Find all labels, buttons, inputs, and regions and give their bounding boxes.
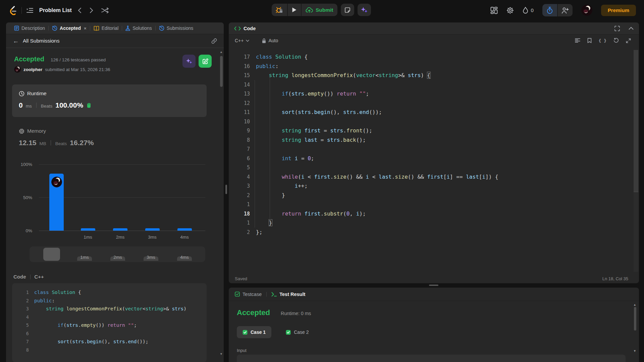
tab-submissions[interactable]: Submissions bbox=[156, 25, 197, 31]
user-avatar[interactable] bbox=[581, 5, 592, 16]
close-tab-icon[interactable]: × bbox=[84, 26, 87, 31]
tab-test-result[interactable]: Test Result bbox=[271, 292, 305, 297]
scroll-down-arrow[interactable]: ▼ bbox=[220, 352, 223, 356]
code-line[interactable]: 10 bbox=[229, 117, 633, 126]
submitter-name[interactable]: zoolpher bbox=[23, 67, 42, 72]
case-pill-case-2[interactable]: Case 2 bbox=[280, 326, 314, 338]
code-line[interactable]: 1 } bbox=[229, 218, 633, 228]
next-problem-icon[interactable] bbox=[90, 7, 93, 13]
code-editor-area[interactable]: 17class Solution {16public:15 string lon… bbox=[229, 47, 639, 274]
code-line[interactable]: 6 int i = 0; bbox=[229, 154, 633, 163]
test-result-label: Test Result bbox=[279, 292, 305, 297]
maximize-editor-icon[interactable] bbox=[626, 38, 631, 43]
brush-selection-handle[interactable] bbox=[43, 248, 60, 261]
timer-button[interactable] bbox=[542, 4, 557, 16]
code-line[interactable]: 7 bbox=[229, 144, 633, 154]
code-line[interactable]: 2}; bbox=[229, 228, 633, 237]
language-selector[interactable]: C++ bbox=[235, 38, 249, 43]
case-selector: Case 1Case 2 bbox=[237, 326, 315, 338]
reset-code-icon[interactable] bbox=[613, 38, 619, 43]
runtime-bar-3ms[interactable] bbox=[145, 228, 160, 231]
submitted-code-block[interactable]: 1class Solution {2public:3 string longes… bbox=[12, 283, 207, 362]
runtime-bar-2ms[interactable] bbox=[113, 228, 127, 231]
scroll-up-arrow[interactable]: ▲ bbox=[633, 303, 636, 306]
input-value-box[interactable] bbox=[237, 355, 626, 362]
runtime-bar-4ms[interactable] bbox=[177, 228, 192, 231]
invite-user-button[interactable] bbox=[558, 4, 573, 16]
back-arrow-icon[interactable]: ← bbox=[13, 38, 19, 45]
runtime-unit: ms bbox=[26, 104, 32, 109]
code-line[interactable]: 14 bbox=[229, 80, 633, 89]
code-line[interactable]: 16public: bbox=[229, 62, 633, 71]
code-line[interactable]: 8 string last = strs.back(); bbox=[229, 135, 633, 145]
ai-analyze-button[interactable] bbox=[182, 55, 196, 68]
tab-accepted[interactable]: Accepted× bbox=[49, 25, 90, 31]
console-scrollbar[interactable] bbox=[634, 307, 636, 330]
code-line[interactable]: 12 bbox=[229, 99, 633, 108]
code-line[interactable]: 4 while(i < first.size() && i < last.siz… bbox=[229, 172, 633, 182]
runtime-card[interactable]: Runtime 0 ms Beats 100.00% bbox=[12, 84, 207, 117]
session-group bbox=[542, 4, 573, 16]
chart-brush-minimap[interactable]: 1ms2ms3ms4ms bbox=[30, 246, 205, 262]
debug-button[interactable] bbox=[272, 4, 287, 16]
runtime-distribution-chart[interactable]: 0%50%100%1ms2ms3ms4ms bbox=[6, 157, 224, 244]
code-line[interactable]: 5 if(strs.empty()) return ""; bbox=[12, 321, 207, 329]
code-line[interactable]: 13 if(strs.empty()) return ""; bbox=[229, 89, 633, 99]
code-line[interactable]: 9 string first = strs.front(); bbox=[229, 126, 633, 135]
code-line[interactable]: 4 bbox=[12, 313, 207, 321]
problem-list-icon[interactable] bbox=[26, 7, 33, 13]
tab-testcase[interactable]: Testcase bbox=[235, 292, 262, 297]
settings-gear-icon[interactable] bbox=[506, 7, 514, 14]
case-pill-case-1[interactable]: Case 1 bbox=[237, 326, 271, 338]
collapse-panel-icon[interactable] bbox=[629, 26, 634, 31]
editor-scrollbar[interactable] bbox=[634, 50, 638, 272]
code-line[interactable]: 17class Solution { bbox=[229, 52, 633, 62]
tab-solutions[interactable]: Solutions bbox=[122, 25, 155, 31]
code-line[interactable]: 7 sort(strs.begin(), strs.end()); bbox=[12, 338, 207, 346]
fullscreen-icon[interactable] bbox=[614, 26, 620, 31]
problem-list-label[interactable]: Problem List bbox=[39, 7, 72, 13]
random-problem-icon[interactable] bbox=[101, 7, 109, 13]
code-line[interactable]: 11 sort(strs.begin(), strs.end()); bbox=[229, 108, 633, 117]
code-line[interactable]: 5 bbox=[229, 163, 633, 172]
editor-toolbar: C++ Auto { } bbox=[229, 35, 639, 47]
bookmark-icon[interactable] bbox=[587, 38, 592, 43]
memory-card[interactable]: Memory 12.15 MB Beats 16.27% bbox=[12, 125, 207, 150]
code-line[interactable]: 2 } bbox=[229, 191, 633, 200]
ai-assistant-button[interactable] bbox=[358, 4, 371, 16]
code-line[interactable]: 3 string longestCommonPrefix(vector<stri… bbox=[12, 305, 207, 313]
prev-problem-icon[interactable] bbox=[78, 7, 82, 13]
code-line[interactable]: 15 string longestCommonPrefix(vector<str… bbox=[229, 71, 633, 80]
horizontal-resize-handle[interactable] bbox=[429, 285, 438, 286]
submit-button[interactable]: Submit bbox=[302, 4, 337, 16]
runtime-bar-1ms[interactable] bbox=[81, 228, 95, 231]
streak-counter[interactable]: 0 bbox=[523, 7, 533, 14]
run-button[interactable] bbox=[288, 4, 301, 16]
layout-icon[interactable] bbox=[490, 7, 498, 14]
code-line[interactable]: 1 bbox=[229, 200, 633, 209]
auto-save-indicator[interactable]: Auto bbox=[262, 38, 278, 43]
notes-button[interactable] bbox=[341, 4, 354, 16]
copy-link-icon[interactable] bbox=[211, 38, 217, 44]
scroll-down-arrow[interactable]: ▼ bbox=[633, 349, 636, 353]
code-line[interactable]: 3 i++; bbox=[229, 181, 633, 191]
premium-button[interactable]: Premium bbox=[601, 5, 636, 16]
submitter-avatar[interactable] bbox=[14, 66, 21, 73]
code-line[interactable]: 18 return first.substr(0, i); bbox=[229, 209, 633, 219]
code-line[interactable]: 1class Solution { bbox=[12, 288, 207, 297]
code-line[interactable]: 8 bbox=[12, 346, 207, 354]
edit-solution-button[interactable] bbox=[199, 55, 212, 68]
code-line[interactable]: 6 bbox=[12, 329, 207, 338]
tab-description[interactable]: Description bbox=[11, 25, 48, 31]
left-panel-scrollbar[interactable] bbox=[220, 56, 223, 87]
tab-editorial[interactable]: Editorial bbox=[90, 25, 122, 31]
all-submissions-link[interactable]: All Submissions bbox=[23, 38, 59, 44]
format-code-icon[interactable] bbox=[575, 38, 580, 43]
leetcode-logo-icon[interactable] bbox=[9, 6, 17, 15]
code-line[interactable]: 2public: bbox=[12, 297, 207, 305]
snippets-icon[interactable]: { } bbox=[599, 38, 606, 43]
cursor-position[interactable]: Ln 18, Col 35 bbox=[602, 276, 628, 281]
line-number: 10 bbox=[229, 117, 250, 127]
vertical-resize-handle[interactable] bbox=[225, 185, 227, 194]
scroll-up-arrow[interactable]: ▲ bbox=[220, 50, 223, 54]
